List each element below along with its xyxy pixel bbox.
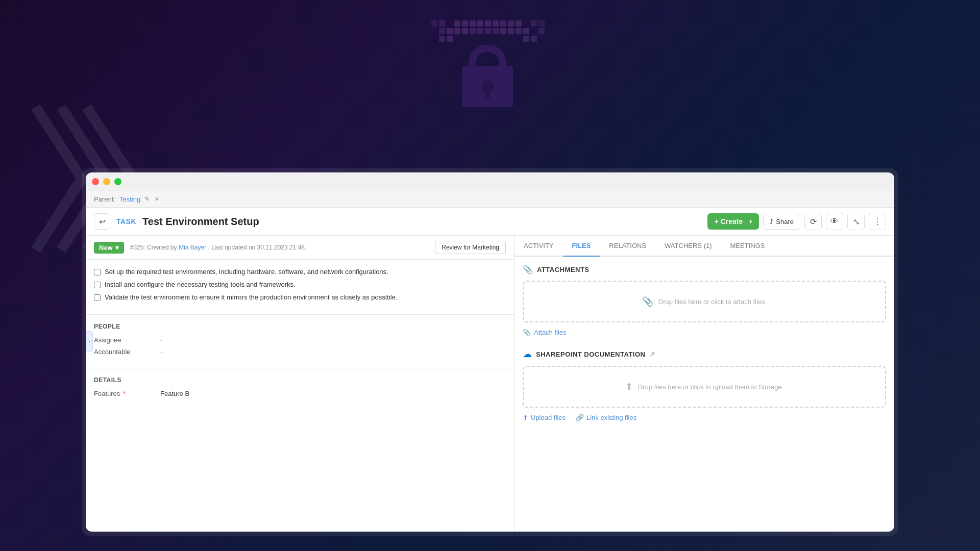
create-button[interactable]: + Create ▾ (707, 213, 760, 230)
user-link[interactable]: Mia Bayer (179, 244, 206, 251)
tab-meetings[interactable]: MEETINGS (721, 236, 774, 257)
svg-rect-3 (477, 20, 483, 27)
upload-files-label: Upload files (531, 414, 566, 421)
share-label: Share (776, 218, 794, 226)
svg-rect-10 (454, 28, 460, 34)
checklist-checkbox-2[interactable] (94, 282, 101, 288)
attach-link[interactable]: 📎 Attach files (523, 329, 886, 336)
svg-rect-15 (493, 28, 499, 34)
svg-rect-2 (470, 20, 476, 27)
sharepoint-header: ☁ SHAREPOINT DOCUMENTATION ↗ (523, 348, 886, 360)
svg-rect-29 (538, 20, 545, 27)
checklist-checkbox-1[interactable] (94, 269, 101, 276)
svg-rect-11 (462, 28, 468, 34)
sharepoint-section: ☁ SHAREPOINT DOCUMENTATION ↗ ⬆ Drop file… (523, 348, 886, 421)
details-section: DETAILS Features * Feature B (86, 368, 514, 406)
close-icon[interactable]: × (155, 195, 159, 203)
tab-relations[interactable]: RELATIONS (600, 236, 655, 257)
upload-files-icon: ⬆ (523, 414, 528, 421)
expand-button[interactable]: ⤡ (847, 213, 865, 230)
svg-rect-32 (439, 28, 445, 34)
svg-rect-0 (454, 20, 460, 27)
svg-rect-18 (516, 28, 522, 34)
checklist: Set up the required test environments, i… (86, 260, 514, 315)
svg-rect-19 (523, 28, 529, 34)
create-dropdown-arrow[interactable]: ▾ (746, 219, 752, 224)
upload-drop-zone[interactable]: ⬆ Drop files here or click to upload the… (523, 366, 886, 408)
chrome-minimize-dot[interactable] (103, 178, 110, 185)
status-bar: New ▾ #325: Created by Mia Bayer . Last … (86, 236, 514, 260)
tab-files[interactable]: FILES (563, 236, 600, 257)
attachments-header: 📎 ATTACHMENTS (523, 265, 886, 274)
people-section-title: PEOPLE (94, 323, 506, 330)
link-existing-icon: 🔗 (576, 414, 584, 421)
attachments-title: ATTACHMENTS (537, 266, 590, 273)
assignee-value[interactable]: - (160, 336, 162, 344)
parent-link[interactable]: Testing (119, 195, 140, 203)
svg-rect-25 (523, 36, 529, 42)
svg-rect-14 (485, 28, 491, 34)
chrome-close-dot[interactable] (92, 178, 99, 185)
history-button[interactable]: ⟳ (804, 213, 822, 230)
svg-rect-22 (485, 89, 490, 98)
svg-rect-26 (531, 36, 537, 42)
drop-zone-text: Drop files here or click to attach files… (658, 298, 767, 306)
svg-rect-4 (485, 20, 491, 27)
sharepoint-title: SHAREPOINT DOCUMENTATION (536, 350, 645, 358)
features-row: Features * Feature B (94, 390, 506, 397)
attachments-clip-icon: 📎 (523, 265, 533, 274)
attach-link-icon: 📎 (523, 329, 531, 336)
share-button[interactable]: ⤴ Share (763, 214, 800, 230)
back-button[interactable]: ↩ (94, 213, 110, 230)
header-actions: + Create ▾ ⤴ Share ⟳ 👁 ⤡ ⋮ (707, 213, 886, 230)
chrome-maximize-dot[interactable] (114, 178, 121, 185)
tab-activity[interactable]: ACTIVITY (514, 236, 563, 257)
task-meta: #325: Created by Mia Bayer . Last update… (130, 244, 429, 251)
upload-files-link[interactable]: ⬆ Upload files (523, 414, 566, 421)
attach-link-label: Attach files (534, 329, 567, 336)
attachments-drop-zone[interactable]: 📎 Drop files here or click to attach fil… (523, 281, 886, 322)
edit-icon[interactable]: ✎ (144, 195, 150, 203)
link-existing-label: Link existing files (586, 414, 636, 421)
file-actions: ⬆ Upload files 🔗 Link existing files (523, 414, 886, 421)
accountable-value[interactable]: - (160, 348, 162, 356)
checklist-text-2: Install and configure the necessary test… (105, 281, 296, 288)
checklist-item: Set up the required test environments, i… (94, 268, 506, 276)
assignee-label: Assignee (94, 336, 160, 344)
review-button[interactable]: Review for Marketing (435, 241, 506, 254)
checklist-checkbox-3[interactable] (94, 294, 101, 301)
watch-button[interactable]: 👁 (826, 213, 843, 230)
accountable-row: Accountable - (94, 348, 506, 356)
upload-zone-text: Drop files here or click to upload them … (638, 383, 783, 391)
status-badge[interactable]: New ▾ (94, 242, 124, 254)
content-area: New ▾ #325: Created by Mia Bayer . Last … (86, 236, 894, 532)
meta-suffix: . Last updated on 30.11.2023 21:48. (208, 244, 307, 251)
left-panel: New ▾ #325: Created by Mia Bayer . Last … (86, 236, 514, 532)
svg-rect-30 (439, 20, 445, 27)
assignee-row: Assignee - (94, 336, 506, 344)
parent-label: Parent: (94, 195, 115, 203)
status-dropdown-arrow: ▾ (115, 244, 119, 252)
svg-rect-23 (439, 36, 445, 42)
svg-rect-24 (447, 36, 453, 42)
task-header: ↩ TASK Test Environment Setup + Create ▾… (86, 208, 894, 236)
svg-rect-13 (477, 28, 483, 34)
task-type-label: TASK (116, 217, 136, 226)
svg-rect-9 (447, 28, 453, 34)
meta-text: #325: Created by (130, 244, 177, 251)
details-section-title: DETAILS (94, 377, 506, 384)
tab-watchers[interactable]: WATCHERS (1) (655, 236, 721, 257)
share-icon: ⤴ (770, 218, 773, 226)
sidebar-toggle[interactable]: › (86, 331, 93, 352)
top-bar: Parent: Testing ✎ × (86, 191, 894, 208)
create-label: + Create (715, 217, 743, 226)
external-link-icon[interactable]: ↗ (649, 350, 655, 358)
svg-rect-8 (516, 20, 522, 27)
right-panel: ACTIVITY FILES RELATIONS WATCHERS (1) ME… (514, 236, 894, 532)
svg-rect-1 (462, 20, 468, 27)
status-label: New (99, 244, 113, 252)
features-value[interactable]: Feature B (160, 390, 189, 397)
more-button[interactable]: ⋮ (869, 213, 886, 230)
drop-zone-icon: 📎 (642, 296, 653, 307)
link-existing-files-link[interactable]: 🔗 Link existing files (576, 414, 636, 421)
